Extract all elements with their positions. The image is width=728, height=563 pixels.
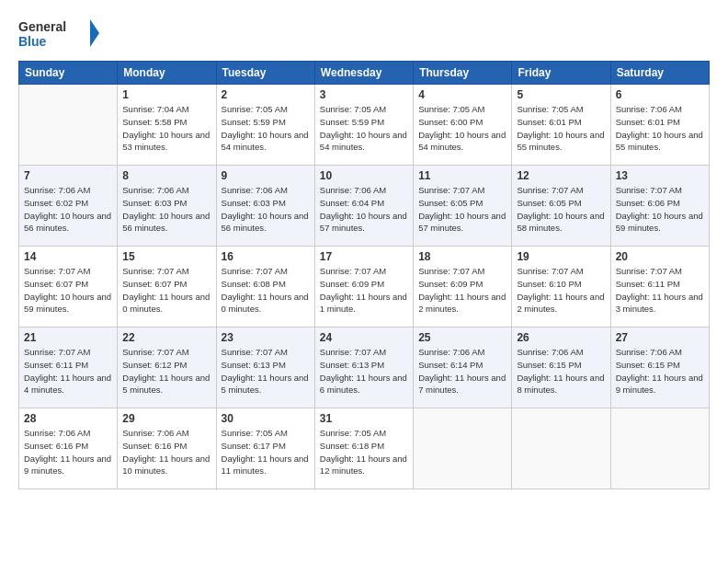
calendar-week-row: 1Sunrise: 7:04 AMSunset: 5:58 PMDaylight…: [19, 85, 710, 166]
day-number: 21: [24, 331, 112, 344]
day-number: 15: [122, 250, 210, 263]
day-number: 22: [122, 331, 210, 344]
calendar-day-cell: 25Sunrise: 7:06 AMSunset: 6:14 PMDayligh…: [414, 327, 512, 408]
day-info: Sunrise: 7:05 AMSunset: 6:18 PMDaylight:…: [320, 427, 408, 477]
calendar-day-cell: 17Sunrise: 7:07 AMSunset: 6:09 PMDayligh…: [314, 247, 413, 327]
day-number: 8: [122, 169, 210, 182]
calendar-day-cell: 11Sunrise: 7:07 AMSunset: 6:05 PMDayligh…: [414, 166, 512, 247]
day-number: 31: [320, 412, 408, 425]
day-info: Sunrise: 7:05 AMSunset: 6:01 PMDaylight:…: [517, 103, 605, 154]
day-info: Sunrise: 7:06 AMSunset: 6:03 PMDaylight:…: [122, 184, 210, 235]
day-number: 24: [320, 331, 408, 344]
day-number: 7: [24, 169, 112, 182]
calendar-day-cell: 24Sunrise: 7:07 AMSunset: 6:13 PMDayligh…: [314, 327, 413, 408]
calendar-day-cell: [610, 408, 709, 489]
calendar-day-cell: 31Sunrise: 7:05 AMSunset: 6:18 PMDayligh…: [314, 408, 413, 489]
day-info: Sunrise: 7:06 AMSunset: 6:02 PMDaylight:…: [24, 184, 112, 235]
calendar-day-cell: [414, 408, 512, 489]
day-info: Sunrise: 7:07 AMSunset: 6:08 PMDaylight:…: [222, 265, 310, 316]
calendar-day-cell: 27Sunrise: 7:06 AMSunset: 6:15 PMDayligh…: [610, 327, 709, 408]
day-info: Sunrise: 7:04 AMSunset: 5:58 PMDaylight:…: [122, 103, 210, 154]
calendar-day-cell: 29Sunrise: 7:06 AMSunset: 6:16 PMDayligh…: [118, 408, 216, 489]
day-number: 1: [122, 88, 210, 101]
day-number: 20: [616, 250, 704, 263]
calendar-day-cell: [19, 85, 118, 166]
day-number: 19: [517, 250, 605, 263]
day-number: 28: [24, 412, 112, 425]
calendar-day-cell: 5Sunrise: 7:05 AMSunset: 6:01 PMDaylight…: [512, 85, 610, 166]
calendar-week-row: 28Sunrise: 7:06 AMSunset: 6:16 PMDayligh…: [19, 408, 710, 489]
day-info: Sunrise: 7:07 AMSunset: 6:06 PMDaylight:…: [616, 184, 704, 235]
day-number: 6: [616, 88, 704, 101]
calendar-header-wednesday: Wednesday: [314, 62, 413, 85]
calendar-header-monday: Monday: [118, 62, 216, 85]
calendar-day-cell: 6Sunrise: 7:06 AMSunset: 6:01 PMDaylight…: [610, 85, 709, 166]
day-number: 4: [418, 88, 506, 101]
svg-text:General: General: [18, 19, 66, 34]
calendar-week-row: 21Sunrise: 7:07 AMSunset: 6:11 PMDayligh…: [19, 327, 710, 408]
day-info: Sunrise: 7:05 AMSunset: 5:59 PMDaylight:…: [320, 103, 408, 154]
day-info: Sunrise: 7:07 AMSunset: 6:09 PMDaylight:…: [418, 265, 506, 316]
header: General Blue: [18, 15, 710, 52]
svg-marker-2: [90, 19, 99, 47]
calendar-day-cell: 1Sunrise: 7:04 AMSunset: 5:58 PMDaylight…: [118, 85, 216, 166]
calendar-day-cell: 9Sunrise: 7:06 AMSunset: 6:03 PMDaylight…: [216, 166, 314, 247]
day-number: 3: [320, 88, 408, 101]
day-info: Sunrise: 7:07 AMSunset: 6:05 PMDaylight:…: [517, 184, 605, 235]
calendar-table: SundayMondayTuesdayWednesdayThursdayFrid…: [18, 61, 710, 489]
day-info: Sunrise: 7:05 AMSunset: 6:17 PMDaylight:…: [222, 427, 310, 477]
calendar-day-cell: 19Sunrise: 7:07 AMSunset: 6:10 PMDayligh…: [512, 247, 610, 327]
day-number: 2: [222, 88, 310, 101]
day-info: Sunrise: 7:06 AMSunset: 6:03 PMDaylight:…: [222, 184, 310, 235]
day-info: Sunrise: 7:07 AMSunset: 6:12 PMDaylight:…: [122, 346, 210, 396]
day-info: Sunrise: 7:06 AMSunset: 6:16 PMDaylight:…: [24, 427, 112, 477]
calendar-header-saturday: Saturday: [610, 62, 709, 85]
calendar-day-cell: 10Sunrise: 7:06 AMSunset: 6:04 PMDayligh…: [314, 166, 413, 247]
calendar-day-cell: 14Sunrise: 7:07 AMSunset: 6:07 PMDayligh…: [19, 247, 118, 327]
calendar-day-cell: 15Sunrise: 7:07 AMSunset: 6:07 PMDayligh…: [118, 247, 216, 327]
day-info: Sunrise: 7:07 AMSunset: 6:11 PMDaylight:…: [24, 346, 112, 396]
calendar-header-row: SundayMondayTuesdayWednesdayThursdayFrid…: [19, 62, 710, 85]
calendar-day-cell: 28Sunrise: 7:06 AMSunset: 6:16 PMDayligh…: [19, 408, 118, 489]
day-info: Sunrise: 7:05 AMSunset: 5:59 PMDaylight:…: [222, 103, 310, 154]
day-number: 25: [418, 331, 506, 344]
logo-svg: General Blue: [18, 15, 101, 52]
calendar-header-thursday: Thursday: [414, 62, 512, 85]
day-info: Sunrise: 7:06 AMSunset: 6:01 PMDaylight:…: [616, 103, 704, 154]
day-info: Sunrise: 7:07 AMSunset: 6:13 PMDaylight:…: [320, 346, 408, 396]
day-info: Sunrise: 7:06 AMSunset: 6:04 PMDaylight:…: [320, 184, 408, 235]
day-number: 9: [222, 169, 310, 182]
calendar-day-cell: 8Sunrise: 7:06 AMSunset: 6:03 PMDaylight…: [118, 166, 216, 247]
calendar-week-row: 7Sunrise: 7:06 AMSunset: 6:02 PMDaylight…: [19, 166, 710, 247]
day-number: 18: [418, 250, 506, 263]
page: General Blue SundayMondayTuesdayWednesda…: [0, 0, 728, 563]
calendar-day-cell: 2Sunrise: 7:05 AMSunset: 5:59 PMDaylight…: [216, 85, 314, 166]
day-number: 13: [616, 169, 704, 182]
day-number: 5: [517, 88, 605, 101]
calendar-day-cell: 20Sunrise: 7:07 AMSunset: 6:11 PMDayligh…: [610, 247, 709, 327]
day-number: 10: [320, 169, 408, 182]
day-number: 11: [418, 169, 506, 182]
calendar-day-cell: 12Sunrise: 7:07 AMSunset: 6:05 PMDayligh…: [512, 166, 610, 247]
calendar-day-cell: 16Sunrise: 7:07 AMSunset: 6:08 PMDayligh…: [216, 247, 314, 327]
day-info: Sunrise: 7:06 AMSunset: 6:15 PMDaylight:…: [517, 346, 605, 396]
calendar-header-sunday: Sunday: [19, 62, 118, 85]
logo: General Blue: [18, 15, 101, 52]
day-number: 23: [222, 331, 310, 344]
calendar-header-friday: Friday: [512, 62, 610, 85]
day-info: Sunrise: 7:07 AMSunset: 6:13 PMDaylight:…: [222, 346, 310, 396]
day-number: 26: [517, 331, 605, 344]
calendar-day-cell: 3Sunrise: 7:05 AMSunset: 5:59 PMDaylight…: [314, 85, 413, 166]
day-info: Sunrise: 7:06 AMSunset: 6:16 PMDaylight:…: [122, 427, 210, 477]
day-info: Sunrise: 7:07 AMSunset: 6:07 PMDaylight:…: [24, 265, 112, 316]
day-info: Sunrise: 7:07 AMSunset: 6:09 PMDaylight:…: [320, 265, 408, 316]
day-number: 12: [517, 169, 605, 182]
day-info: Sunrise: 7:05 AMSunset: 6:00 PMDaylight:…: [418, 103, 506, 154]
calendar-week-row: 14Sunrise: 7:07 AMSunset: 6:07 PMDayligh…: [19, 247, 710, 327]
calendar-day-cell: 21Sunrise: 7:07 AMSunset: 6:11 PMDayligh…: [19, 327, 118, 408]
calendar-day-cell: 18Sunrise: 7:07 AMSunset: 6:09 PMDayligh…: [414, 247, 512, 327]
calendar-day-cell: 30Sunrise: 7:05 AMSunset: 6:17 PMDayligh…: [216, 408, 314, 489]
day-number: 27: [616, 331, 704, 344]
day-number: 29: [122, 412, 210, 425]
day-info: Sunrise: 7:06 AMSunset: 6:15 PMDaylight:…: [616, 346, 704, 396]
